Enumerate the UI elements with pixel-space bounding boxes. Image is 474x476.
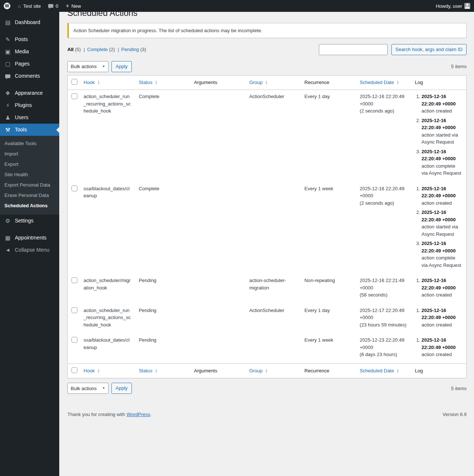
scheduled-date-value: 2025-12-16 22:20:49 +0000 [360,93,407,107]
footer-period: . [150,412,152,417]
row-checkbox[interactable] [71,185,77,191]
column-header-scheduled-date: Scheduled Date▲▼ [356,363,411,378]
log-entry-time: 2025-12-16 22:20:49 +0000 [421,149,455,162]
select-all-checkbox[interactable] [71,367,77,373]
log-entry: 2025-12-16 22:20:49 +0000 action started… [421,209,463,238]
wordpress-link[interactable]: WordPress [127,412,150,417]
row-checkbox[interactable] [71,277,77,283]
log-entry: 2025-12-16 22:20:49 +0000 action complet… [421,240,463,269]
scheduled-date-relative: (6 days 23 hours) [360,351,407,358]
wordpress-logo-icon: W [4,3,10,9]
filter-pending-link[interactable]: Pending (3) [121,47,146,52]
sort-by-status-link[interactable]: Status▲▼ [139,367,158,375]
log-entry-time: 2025-12-16 22:20:49 +0000 [421,241,455,254]
sort-desc-icon: ▼ [97,83,100,85]
log-entry-time: 2025-12-16 22:20:49 +0000 [421,209,455,222]
sidebar-item-comments[interactable]: Comments [0,70,59,82]
submenu-item-available-tools[interactable]: Available Tools [0,138,59,149]
column-header-hook: Hook▲▼ [80,75,135,90]
tools-icon: ⚒ [4,127,11,133]
table-row: action_scheduler_run_recurring_actions_s… [68,304,467,334]
apply-button[interactable]: Apply [111,61,132,72]
sort-by-group-link[interactable]: Group▲▼ [249,79,268,86]
column-header-group: Group▲▼ [246,75,301,90]
sort-by-status-link[interactable]: Status▲▼ [139,79,158,86]
log-list: 2025-12-16 22:20:49 +0000 action created… [415,185,463,269]
log-list: 2025-12-16 22:20:49 +0000 action created [415,307,463,329]
log-list: 2025-12-16 22:20:49 +0000 action created [415,277,463,299]
status-filters: All (5) | Complete (2) | Pending (3) [67,47,146,52]
column-label: Scheduled Date [360,367,394,375]
sidebar-item-label: Dashboard [15,19,40,26]
sidebar-item-pages[interactable]: ▢ Pages [0,58,59,70]
submenu-item-export[interactable]: Export [0,159,59,170]
select-all-checkbox[interactable] [71,79,77,85]
row-checkbox[interactable] [71,337,77,343]
submenu-item-export-personal-data[interactable]: Export Personal Data [0,180,59,190]
sort-by-hook-link[interactable]: Hook▲▼ [84,79,100,86]
sort-desc-icon: ▼ [155,371,158,373]
sort-by-hook-link[interactable]: Hook▲▼ [84,367,100,375]
sidebar-item-appearance[interactable]: ❖ Appearance [0,87,59,99]
comments-menu[interactable]: 0 [44,0,62,12]
submenu-item-erase-personal-data[interactable]: Erase Personal Data [0,190,59,201]
sort-by-group-link[interactable]: Group▲▼ [249,367,268,375]
submenu-item-scheduled-actions[interactable]: Scheduled Actions [0,201,59,211]
sidebar-item-label: Users [15,114,29,121]
bulk-actions-select[interactable]: Bulk actions [67,383,109,394]
sidebar-item-posts[interactable]: ✎ Posts [0,33,59,46]
arguments-cell [190,274,246,304]
scheduled-date-relative: (58 seconds) [360,291,407,299]
sidebar-item-appointments[interactable]: ▦ Appointments [0,232,59,244]
column-label: Group [249,367,263,375]
apply-button[interactable]: Apply [111,383,132,394]
sort-by-scheduled-date-link[interactable]: Scheduled Date▲▼ [360,367,399,375]
sort-indicator-icon: ▲▼ [397,369,399,373]
site-name-label: Test site [23,3,41,9]
recurrence-cell: Non-repeating [301,274,356,304]
filter-all-link[interactable]: All (5) [67,47,81,52]
site-name-menu[interactable]: ⌂ Test site [14,0,44,12]
sort-desc-icon: ▼ [397,371,399,373]
collapse-menu-button[interactable]: ◀ Collapse Menu [0,244,59,256]
group-cell [246,182,301,274]
wordpress-logo-menu[interactable]: W [0,0,14,12]
sidebar-item-settings[interactable]: ⚙ Settings [0,215,59,227]
submenu-item-site-health[interactable]: Site Health [0,170,59,180]
log-cell: 2025-12-16 22:20:49 +0000 action created… [411,182,466,274]
footer-version: Version 6.9 [443,412,467,417]
table-header: Hook▲▼ Status▲▼ Arguments Group▲▼ Recurr… [68,75,467,90]
submenu-item-import[interactable]: Import [0,149,59,159]
scheduled-date-cell: 2025-12-16 22:20:49 +0000(2 seconds ago) [356,182,411,274]
row-checkbox[interactable] [71,93,77,99]
recurrence-cell: Every 1 day [301,304,356,334]
sidebar-item-dashboard[interactable]: ▤ Dashboard [0,16,59,29]
bulk-actions-select[interactable]: Bulk actions [67,61,109,72]
sidebar-item-media[interactable]: ▣ Media [0,46,59,58]
search-submit-button[interactable]: Search hook, args and claim ID [391,44,467,55]
column-label: Recurrence [304,368,329,373]
sidebar-item-plugins[interactable]: ⚡ Plugins [0,99,59,111]
search-input[interactable] [319,44,388,55]
sidebar-item-tools[interactable]: ⚒ Tools [0,124,59,136]
sort-desc-icon: ▼ [397,83,399,85]
scheduled-date-value: 2025-12-23 22:20:49 +0000 [360,336,407,351]
column-header-group: Group▲▼ [246,363,301,378]
sidebar-item-label: Posts [15,36,28,43]
sort-by-scheduled-date-link[interactable]: Scheduled Date▲▼ [360,79,399,86]
column-label: Status [139,79,153,86]
new-content-menu[interactable]: + New [62,0,84,12]
my-account-menu[interactable]: Howdy, user [432,0,474,12]
collapse-icon: ◀ [4,248,11,252]
row-check-cell [68,274,80,304]
sort-desc-icon: ▼ [265,83,268,85]
filters-row: All (5) | Complete (2) | Pending (3) Sea… [67,44,467,55]
row-checkbox[interactable] [71,307,77,313]
log-cell: 2025-12-16 22:20:49 +0000 action created… [411,90,466,182]
log-entry: 2025-12-16 22:20:49 +0000 action created [421,336,463,358]
log-entry: 2025-12-16 22:20:49 +0000 action started… [421,117,463,146]
filter-complete-link[interactable]: Complete (2) [87,47,115,52]
admin-bar-left: W ⌂ Test site 0 + New [0,0,85,12]
sidebar-item-users[interactable]: ♟ Users [0,111,59,124]
sidebar-item-label: Comments [15,73,40,79]
